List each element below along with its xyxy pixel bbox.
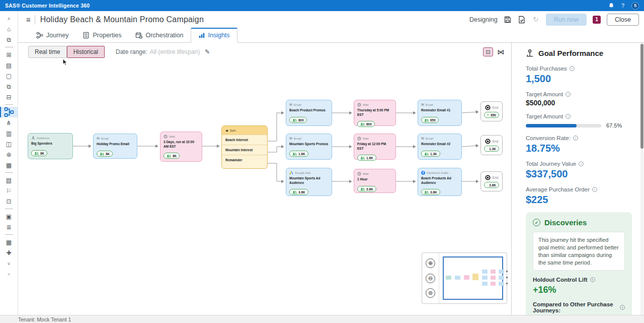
journey-node-email[interactable]: ✉Email Reminder Email #2 1.3K xyxy=(418,134,462,160)
info-icon[interactable]: i xyxy=(570,66,575,71)
people-icon xyxy=(360,122,365,126)
minimap-node xyxy=(482,270,488,274)
journey-node-email[interactable]: ✉Email Mountain Sports Promos 1.6K xyxy=(286,134,332,160)
info-icon[interactable]: i xyxy=(573,136,578,141)
minimap-node xyxy=(482,276,488,280)
minimap-node xyxy=(506,277,508,278)
journey-node-wait[interactable]: Wait 3 Days, run at 10:00 AM EST 8K xyxy=(160,132,202,162)
app-window: SAS® Customer Intelligence 360 ? S ∧ ⌂ ⧉… xyxy=(0,0,644,323)
reach-count-badge: 650 xyxy=(421,117,439,123)
info-icon[interactable]: i xyxy=(566,114,571,119)
document-icon[interactable]: ▢ xyxy=(0,71,18,81)
info-icon[interactable]: i xyxy=(566,92,571,97)
web-icon[interactable]: ⊕ xyxy=(0,149,18,160)
schedule-icon[interactable]: ▦ xyxy=(0,160,18,170)
reach-count-badge: 650 xyxy=(484,112,499,118)
journey-node-audience[interactable]: Audience Big Spenders 8K xyxy=(28,133,73,159)
media-icon[interactable]: ▧ xyxy=(0,175,18,185)
tasks-icon[interactable]: ▤ xyxy=(0,60,18,71)
metric-target-amount: Target Amounti $500,000 xyxy=(526,91,632,107)
info-icon[interactable]: i xyxy=(620,305,625,310)
versions-icon[interactable]: ⧉ xyxy=(0,81,18,92)
split-branch-mountain[interactable]: Mountain Interest xyxy=(222,145,267,155)
table-icon[interactable]: ▦ xyxy=(0,237,18,247)
reports-icon[interactable]: ≣ xyxy=(0,222,18,232)
apps-grid-icon[interactable]: ⊞ xyxy=(0,49,18,60)
collapse-panels-icon[interactable]: ⋈ xyxy=(497,48,504,56)
notifications-bell-icon[interactable] xyxy=(608,3,614,9)
people-icon xyxy=(424,118,429,122)
target-settings-icon[interactable]: ⊡ xyxy=(0,196,18,207)
people-icon xyxy=(100,152,104,156)
tab-orchestration[interactable]: Orchestration xyxy=(128,29,190,42)
minimap-panel: ⊕ ⊖ ⊜ xyxy=(422,252,507,304)
goal-icon xyxy=(526,49,534,57)
info-icon[interactable]: i xyxy=(592,187,597,192)
zoom-out-button[interactable]: ⊖ xyxy=(426,274,435,283)
issue-count-badge[interactable]: 1 xyxy=(593,16,601,24)
copies-icon[interactable]: ⊟ xyxy=(0,92,18,102)
sidebar-collapse-up-icon[interactable]: ∧ xyxy=(0,13,18,24)
journey-node-end[interactable]: End 650 xyxy=(480,101,503,121)
journey-tab-icon xyxy=(36,32,43,39)
info-icon[interactable]: i xyxy=(579,161,584,166)
people-icon xyxy=(167,154,171,158)
zoom-fit-button[interactable]: ⊜ xyxy=(426,288,435,298)
scrollbar-thumb[interactable] xyxy=(640,44,643,149)
chevron-down-icon[interactable]: ∨ xyxy=(0,258,18,269)
journey-node-wait[interactable]: Wait Thursday at 5:00 PM EST 800 xyxy=(354,100,396,126)
pin-icon[interactable]: ✚ xyxy=(0,247,18,258)
journey-node-facebook[interactable]: Facebook Audie... Beach Products Ad Audi… xyxy=(418,168,462,196)
sidebar-expand-icon[interactable]: » xyxy=(0,269,18,279)
journey-node-end[interactable]: End 1.3K xyxy=(480,135,503,155)
panel-scrollbar[interactable] xyxy=(640,43,643,315)
info-icon[interactable]: i xyxy=(590,277,595,282)
tags-icon[interactable]: ⚐ xyxy=(0,185,18,196)
split-branch-remainder[interactable]: Remainder xyxy=(222,155,267,165)
user-avatar[interactable]: S xyxy=(631,2,639,10)
close-button[interactable]: Close xyxy=(607,14,639,26)
real-time-button[interactable]: Real time xyxy=(28,46,67,58)
people-icon xyxy=(292,152,297,156)
home-icon[interactable]: ⌂ xyxy=(0,24,18,34)
journey-canvas[interactable]: Audience Big Spenders 8K ✉Email Holiday … xyxy=(18,61,511,315)
journey-node-email[interactable]: ✉Email Reminder Email #1 650 xyxy=(418,100,462,126)
journey-node-email[interactable]: ✉Email Holiday Promo Email 8K xyxy=(93,134,137,159)
metric-conversion-rate: Conversion Rate:i 18.75% xyxy=(526,135,632,154)
reach-count-badge: 1.3K xyxy=(484,146,499,152)
zoom-in-button[interactable]: ⊕ xyxy=(426,259,435,268)
sidebar-divider xyxy=(5,47,13,47)
journey-node-end[interactable]: End 3.6K xyxy=(480,171,503,191)
messages-icon[interactable]: ▥ xyxy=(0,128,18,139)
split-branch-beach[interactable]: Beach Interest xyxy=(222,135,267,145)
reach-count-badge: 8K xyxy=(97,151,113,157)
minimap-node xyxy=(446,276,451,280)
status-designing-label: Designing xyxy=(469,16,498,23)
validate-icon[interactable] xyxy=(518,16,526,24)
help-icon[interactable]: ? xyxy=(621,3,624,9)
holdout-lift-value: +16% xyxy=(533,285,625,295)
insights-tab-icon xyxy=(198,32,205,39)
edit-date-range-pencil-icon[interactable]: ✎ xyxy=(205,48,210,55)
minimap-viewport[interactable] xyxy=(443,256,503,300)
tab-journey[interactable]: Journey xyxy=(29,29,75,42)
calendar-icon[interactable]: ▣ xyxy=(0,211,18,222)
save-icon[interactable] xyxy=(504,16,512,24)
tab-insights[interactable]: Insights xyxy=(191,28,237,43)
audiences-icon[interactable]: ◫ xyxy=(0,139,18,149)
journey-node-email[interactable]: ✉Email Beach Product Promos 800 xyxy=(286,100,332,126)
journey-node-google-ads[interactable]: Google Ads Mountain Sports Ad Audience 3… xyxy=(286,168,332,196)
run-now-button[interactable]: Run now xyxy=(546,14,587,26)
assets-icon[interactable]: ⧉ xyxy=(0,34,18,45)
journey-node-wait[interactable]: Wait Friday at 12:00 PM EST 1.6K xyxy=(354,134,396,160)
google-ads-icon xyxy=(289,171,293,175)
segment-map-icon[interactable]: ⋔ xyxy=(0,117,18,128)
tab-properties[interactable]: Properties xyxy=(75,29,128,42)
journey-node-wait[interactable]: Wait 1 Hour 3.6K xyxy=(354,169,396,193)
journey-node-split[interactable]: ◀Split Beach Interest Mountain Interest … xyxy=(221,125,268,169)
open-panel-icon[interactable]: ⊡ xyxy=(483,47,493,56)
metric-target-progress: Target Amounti 67.5% xyxy=(526,113,632,128)
list-menu-icon[interactable]: ≡ xyxy=(26,15,31,24)
journeys-icon[interactable] xyxy=(0,107,18,117)
historical-button[interactable]: Historical xyxy=(67,46,105,58)
